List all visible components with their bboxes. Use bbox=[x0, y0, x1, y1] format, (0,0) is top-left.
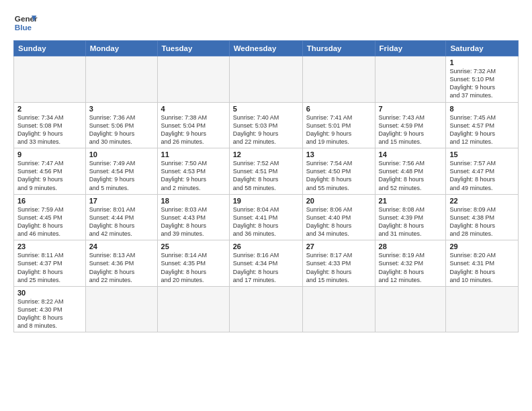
day-info: Sunrise: 8:03 AM Sunset: 4:43 PM Dayligh… bbox=[161, 205, 226, 238]
week-row-3: 16Sunrise: 7:59 AM Sunset: 4:45 PM Dayli… bbox=[14, 194, 519, 240]
day-number: 7 bbox=[379, 105, 443, 113]
calendar-cell bbox=[375, 56, 446, 103]
day-info: Sunrise: 7:47 AM Sunset: 4:56 PM Dayligh… bbox=[17, 159, 82, 192]
day-info: Sunrise: 7:50 AM Sunset: 4:53 PM Dayligh… bbox=[161, 159, 226, 192]
calendar-cell: 22Sunrise: 8:09 AM Sunset: 4:38 PM Dayli… bbox=[446, 194, 519, 240]
header: General Blue bbox=[13, 11, 519, 35]
day-info: Sunrise: 8:20 AM Sunset: 4:31 PM Dayligh… bbox=[449, 251, 515, 284]
day-number: 18 bbox=[161, 197, 226, 205]
calendar-cell bbox=[85, 286, 157, 332]
day-info: Sunrise: 7:36 AM Sunset: 5:06 PM Dayligh… bbox=[89, 113, 154, 146]
day-info: Sunrise: 7:59 AM Sunset: 4:45 PM Dayligh… bbox=[17, 205, 82, 238]
calendar-cell: 24Sunrise: 8:13 AM Sunset: 4:36 PM Dayli… bbox=[85, 240, 157, 287]
calendar-cell bbox=[157, 286, 229, 332]
day-info: Sunrise: 7:38 AM Sunset: 5:04 PM Dayligh… bbox=[161, 113, 226, 146]
calendar-cell: 25Sunrise: 8:14 AM Sunset: 4:35 PM Dayli… bbox=[157, 240, 229, 287]
day-info: Sunrise: 8:06 AM Sunset: 4:40 PM Dayligh… bbox=[306, 205, 371, 238]
calendar-cell: 29Sunrise: 8:20 AM Sunset: 4:31 PM Dayli… bbox=[446, 240, 519, 287]
calendar-cell: 10Sunrise: 7:49 AM Sunset: 4:54 PM Dayli… bbox=[85, 148, 157, 195]
day-info: Sunrise: 7:43 AM Sunset: 4:59 PM Dayligh… bbox=[379, 113, 443, 146]
calendar-cell: 19Sunrise: 8:04 AM Sunset: 4:41 PM Dayli… bbox=[229, 194, 302, 240]
day-number: 14 bbox=[379, 150, 443, 158]
day-number: 27 bbox=[306, 242, 371, 250]
calendar-cell: 2Sunrise: 7:34 AM Sunset: 5:08 PM Daylig… bbox=[14, 102, 86, 148]
day-number: 1 bbox=[449, 58, 515, 66]
day-number: 9 bbox=[17, 150, 82, 158]
day-number: 26 bbox=[233, 242, 299, 250]
svg-text:Blue: Blue bbox=[15, 23, 32, 32]
calendar-cell: 26Sunrise: 8:16 AM Sunset: 4:34 PM Dayli… bbox=[229, 240, 302, 287]
calendar-cell: 18Sunrise: 8:03 AM Sunset: 4:43 PM Dayli… bbox=[157, 194, 229, 240]
day-number: 15 bbox=[449, 150, 515, 158]
day-number: 13 bbox=[306, 150, 371, 158]
day-info: Sunrise: 8:22 AM Sunset: 4:30 PM Dayligh… bbox=[17, 298, 82, 330]
calendar-cell bbox=[229, 56, 302, 103]
calendar-cell: 7Sunrise: 7:43 AM Sunset: 4:59 PM Daylig… bbox=[375, 102, 446, 148]
day-info: Sunrise: 8:16 AM Sunset: 4:34 PM Dayligh… bbox=[233, 251, 299, 284]
day-info: Sunrise: 7:57 AM Sunset: 4:47 PM Dayligh… bbox=[449, 159, 515, 192]
weekday-header-tuesday: Tuesday bbox=[157, 41, 229, 56]
week-row-5: 30Sunrise: 8:22 AM Sunset: 4:30 PM Dayli… bbox=[14, 286, 519, 332]
week-row-0: 1Sunrise: 7:32 AM Sunset: 5:10 PM Daylig… bbox=[14, 56, 519, 103]
day-info: Sunrise: 7:54 AM Sunset: 4:50 PM Dayligh… bbox=[306, 159, 371, 192]
day-number: 28 bbox=[379, 242, 443, 250]
weekday-header-monday: Monday bbox=[85, 41, 157, 56]
day-number: 22 bbox=[449, 197, 515, 205]
weekday-header-wednesday: Wednesday bbox=[229, 41, 302, 56]
calendar-cell: 17Sunrise: 8:01 AM Sunset: 4:44 PM Dayli… bbox=[85, 194, 157, 240]
week-row-2: 9Sunrise: 7:47 AM Sunset: 4:56 PM Daylig… bbox=[14, 148, 519, 195]
day-number: 30 bbox=[17, 289, 82, 297]
calendar-cell: 9Sunrise: 7:47 AM Sunset: 4:56 PM Daylig… bbox=[14, 148, 86, 195]
calendar-cell: 14Sunrise: 7:56 AM Sunset: 4:48 PM Dayli… bbox=[375, 148, 446, 195]
calendar-cell: 27Sunrise: 8:17 AM Sunset: 4:33 PM Dayli… bbox=[302, 240, 375, 287]
day-number: 2 bbox=[17, 105, 82, 113]
day-number: 12 bbox=[233, 150, 299, 158]
day-number: 3 bbox=[89, 105, 154, 113]
week-row-1: 2Sunrise: 7:34 AM Sunset: 5:08 PM Daylig… bbox=[14, 102, 519, 148]
calendar-cell: 20Sunrise: 8:06 AM Sunset: 4:40 PM Dayli… bbox=[302, 194, 375, 240]
calendar-cell bbox=[302, 56, 375, 103]
calendar-cell bbox=[375, 286, 446, 332]
day-info: Sunrise: 7:56 AM Sunset: 4:48 PM Dayligh… bbox=[379, 159, 443, 192]
day-number: 11 bbox=[161, 150, 226, 158]
calendar-cell bbox=[229, 286, 302, 332]
day-number: 5 bbox=[233, 105, 299, 113]
day-number: 21 bbox=[379, 197, 443, 205]
weekday-header-sunday: Sunday bbox=[14, 41, 86, 56]
week-row-4: 23Sunrise: 8:11 AM Sunset: 4:37 PM Dayli… bbox=[14, 240, 519, 287]
calendar-cell: 4Sunrise: 7:38 AM Sunset: 5:04 PM Daylig… bbox=[157, 102, 229, 148]
day-number: 16 bbox=[17, 197, 82, 205]
day-number: 20 bbox=[306, 197, 371, 205]
day-number: 19 bbox=[233, 197, 299, 205]
calendar-cell: 21Sunrise: 8:08 AM Sunset: 4:39 PM Dayli… bbox=[375, 194, 446, 240]
day-info: Sunrise: 8:14 AM Sunset: 4:35 PM Dayligh… bbox=[161, 251, 226, 284]
day-info: Sunrise: 7:32 AM Sunset: 5:10 PM Dayligh… bbox=[449, 67, 515, 100]
day-info: Sunrise: 8:01 AM Sunset: 4:44 PM Dayligh… bbox=[89, 205, 154, 238]
weekday-header-thursday: Thursday bbox=[302, 41, 375, 56]
logo-icon: General Blue bbox=[13, 11, 38, 35]
day-number: 24 bbox=[89, 242, 154, 250]
calendar-cell: 11Sunrise: 7:50 AM Sunset: 4:53 PM Dayli… bbox=[157, 148, 229, 195]
calendar-cell: 6Sunrise: 7:41 AM Sunset: 5:01 PM Daylig… bbox=[302, 102, 375, 148]
day-number: 25 bbox=[161, 242, 226, 250]
calendar-cell: 30Sunrise: 8:22 AM Sunset: 4:30 PM Dayli… bbox=[14, 286, 86, 332]
calendar-cell bbox=[14, 56, 86, 103]
calendar-cell: 5Sunrise: 7:40 AM Sunset: 5:03 PM Daylig… bbox=[229, 102, 302, 148]
calendar-cell: 3Sunrise: 7:36 AM Sunset: 5:06 PM Daylig… bbox=[85, 102, 157, 148]
calendar-cell: 8Sunrise: 7:45 AM Sunset: 4:57 PM Daylig… bbox=[446, 102, 519, 148]
calendar-cell bbox=[302, 286, 375, 332]
calendar-cell bbox=[446, 286, 519, 332]
calendar-cell bbox=[85, 56, 157, 103]
day-info: Sunrise: 7:34 AM Sunset: 5:08 PM Dayligh… bbox=[17, 113, 82, 146]
calendar-cell: 23Sunrise: 8:11 AM Sunset: 4:37 PM Dayli… bbox=[14, 240, 86, 287]
calendar-cell: 16Sunrise: 7:59 AM Sunset: 4:45 PM Dayli… bbox=[14, 194, 86, 240]
logo: General Blue bbox=[13, 11, 38, 35]
calendar-table: SundayMondayTuesdayWednesdayThursdayFrid… bbox=[13, 40, 519, 332]
calendar-cell: 15Sunrise: 7:57 AM Sunset: 4:47 PM Dayli… bbox=[446, 148, 519, 195]
day-number: 23 bbox=[17, 242, 82, 250]
day-info: Sunrise: 8:11 AM Sunset: 4:37 PM Dayligh… bbox=[17, 251, 82, 284]
day-info: Sunrise: 7:52 AM Sunset: 4:51 PM Dayligh… bbox=[233, 159, 299, 192]
calendar-cell: 12Sunrise: 7:52 AM Sunset: 4:51 PM Dayli… bbox=[229, 148, 302, 195]
weekday-header-saturday: Saturday bbox=[446, 41, 519, 56]
day-info: Sunrise: 8:04 AM Sunset: 4:41 PM Dayligh… bbox=[233, 205, 299, 238]
